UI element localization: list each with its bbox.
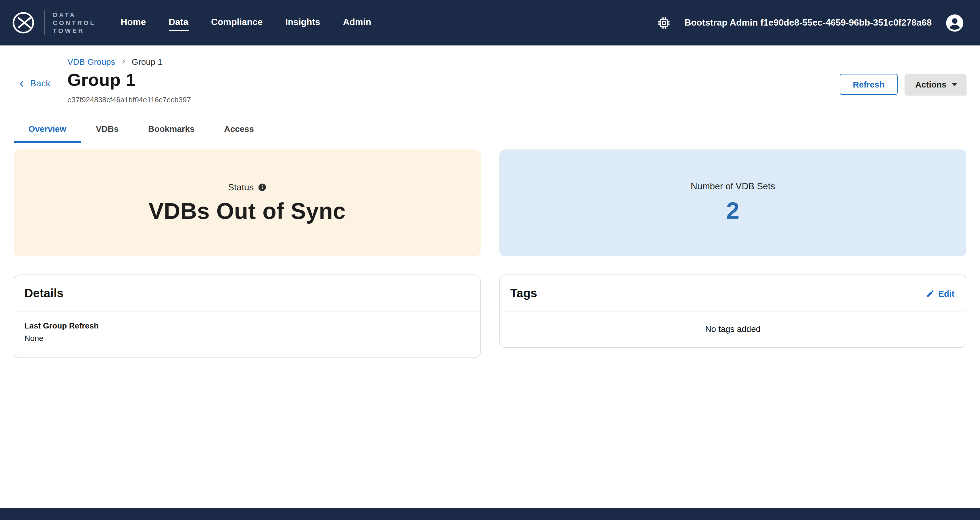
navbar-right: Bootstrap Admin f1e90de8-55ec-4659-96bb-…: [657, 13, 964, 32]
breadcrumb-current: Group 1: [132, 57, 162, 67]
status-label-row: Status: [228, 182, 266, 192]
user-label: Bootstrap Admin f1e90de8-55ec-4659-96bb-…: [684, 18, 932, 28]
user-avatar-icon[interactable]: [945, 13, 964, 32]
back-link[interactable]: Back: [18, 78, 50, 89]
primary-nav: Home Data Compliance Insights Admin: [121, 0, 371, 45]
caret-down-icon: [951, 83, 957, 86]
brand-text: DATA CONTROL TOWER: [53, 11, 96, 35]
breadcrumb: VDB Groups Group 1: [67, 57, 191, 67]
tags-title: Tags: [510, 286, 537, 300]
breadcrumb-vdb-groups[interactable]: VDB Groups: [67, 57, 115, 67]
nav-item-compliance[interactable]: Compliance: [211, 14, 262, 31]
nav-item-admin[interactable]: Admin: [343, 14, 371, 31]
back-label: Back: [30, 78, 50, 89]
stat-cards: Status VDBs Out of Sync Number of VDB Se…: [14, 150, 966, 256]
vdb-sets-value: 2: [726, 197, 740, 225]
pencil-icon: [926, 289, 934, 298]
info-icon[interactable]: [258, 183, 266, 191]
status-label: Status: [228, 182, 254, 192]
nav-item-insights[interactable]: Insights: [285, 14, 320, 31]
page-title: Group 1: [67, 70, 191, 90]
details-title: Details: [24, 286, 64, 300]
main-content: Back VDB Groups Group 1 Group 1 e37f9248…: [0, 45, 980, 358]
tags-panel-header: Tags Edit: [500, 275, 966, 311]
edit-tags-link[interactable]: Edit: [926, 289, 955, 298]
top-navbar: DATA CONTROL TOWER Home Data Compliance …: [0, 0, 980, 45]
edit-label: Edit: [938, 289, 955, 298]
cpu-icon[interactable]: [657, 16, 671, 30]
header-actions: Refresh Actions: [840, 74, 966, 95]
tab-bookmarks[interactable]: Bookmarks: [133, 116, 209, 143]
page-id: e37f924838cf46a1bf04e116c7ecb397: [67, 96, 191, 104]
vdb-sets-card: Number of VDB Sets 2: [500, 150, 966, 256]
nav-item-data[interactable]: Data: [169, 14, 188, 31]
tab-access[interactable]: Access: [209, 116, 269, 143]
chevron-left-icon: [18, 79, 26, 88]
page: DATA CONTROL TOWER Home Data Compliance …: [0, 0, 980, 520]
details-body: Last Group Refresh None: [14, 311, 480, 357]
actions-button[interactable]: Actions: [905, 74, 966, 95]
nav-item-home[interactable]: Home: [121, 14, 146, 31]
vdb-sets-label: Number of VDB Sets: [691, 181, 775, 191]
header-main: VDB Groups Group 1 Group 1 e37f924838cf4…: [67, 57, 191, 104]
tags-empty-text: No tags added: [500, 311, 966, 347]
tags-panel: Tags Edit No tags added: [500, 274, 966, 348]
tab-bar: Overview VDBs Bookmarks Access: [14, 116, 966, 143]
brand-logo[interactable]: DATA CONTROL TOWER: [11, 10, 96, 35]
brand-divider: [44, 10, 45, 35]
status-value: VDBs Out of Sync: [149, 198, 346, 223]
details-panel: Details Last Group Refresh None: [14, 274, 480, 358]
last-group-refresh-label: Last Group Refresh: [24, 321, 470, 330]
page-header: Back VDB Groups Group 1 Group 1 e37f9248…: [14, 45, 966, 104]
tab-overview[interactable]: Overview: [14, 116, 81, 143]
info-panels: Details Last Group Refresh None Tags Edi…: [14, 274, 966, 358]
last-group-refresh-value: None: [24, 333, 470, 343]
footer-bar: [0, 508, 980, 520]
actions-label: Actions: [915, 80, 947, 89]
chevron-right-icon: [121, 59, 127, 65]
status-card: Status VDBs Out of Sync: [14, 150, 480, 256]
tab-vdbs[interactable]: VDBs: [81, 116, 133, 143]
details-panel-header: Details: [14, 275, 480, 311]
delphix-logo-icon: [11, 10, 37, 35]
refresh-button[interactable]: Refresh: [840, 74, 897, 95]
